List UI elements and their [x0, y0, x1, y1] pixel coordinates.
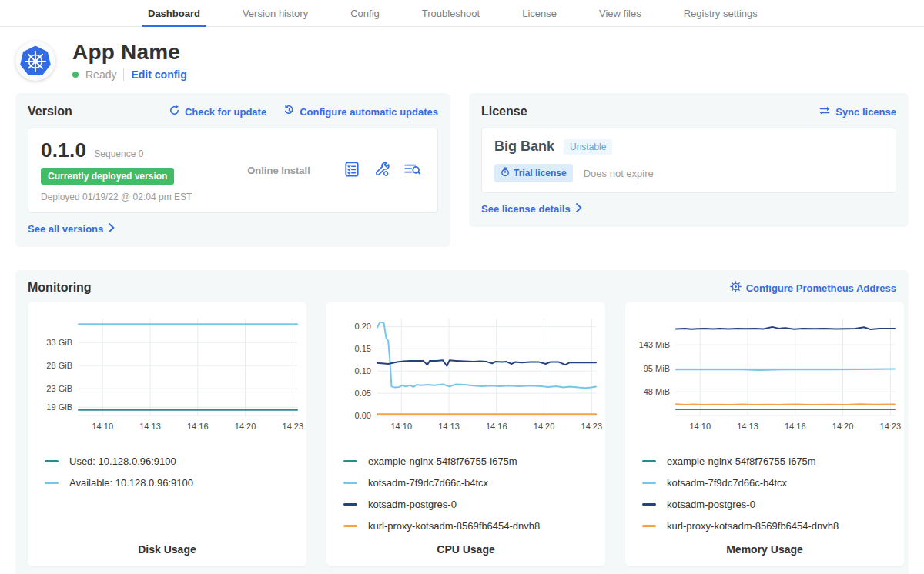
tab-version-history[interactable]: Version history: [243, 0, 308, 26]
edit-config-link[interactable]: Edit config: [131, 68, 186, 81]
legend-color-dash: [642, 525, 656, 527]
top-nav: DashboardVersion historyConfigTroublesho…: [0, 0, 924, 27]
legend-item: kotsadm-postgres-0: [642, 493, 904, 515]
svg-text:0.05: 0.05: [355, 389, 371, 398]
chevron-right-icon: [576, 203, 582, 215]
legend-label: example-nginx-54f8f76755-l675m: [667, 456, 816, 467]
schedule-clock-icon: [283, 105, 295, 118]
preflight-checks-icon[interactable]: [343, 161, 360, 181]
svg-text:14:23: 14:23: [283, 422, 304, 431]
view-logs-icon[interactable]: [403, 161, 422, 181]
svg-text:95 MiB: 95 MiB: [644, 364, 670, 373]
legend-label: Available: 10.128.0.96:9100: [69, 477, 193, 489]
cpu-usage-legend: example-nginx-54f8f76755-l675mkotsadm-7f…: [326, 450, 605, 536]
svg-text:14:20: 14:20: [832, 422, 854, 431]
customer-name: Big Bank: [494, 138, 554, 155]
legend-label: example-nginx-54f8f76755-l675m: [368, 456, 517, 467]
svg-text:0.20: 0.20: [355, 322, 371, 331]
tab-config[interactable]: Config: [350, 0, 380, 26]
sequence-label: Sequence 0: [94, 149, 143, 159]
tab-dashboard[interactable]: Dashboard: [148, 0, 200, 26]
page-title: App Name: [72, 41, 187, 64]
chart-card-cpu: 14:1014:1314:1614:2014:230.200.150.100.0…: [326, 302, 605, 566]
legend-color-dash: [343, 525, 357, 527]
see-all-versions-link[interactable]: See all versions: [28, 223, 115, 235]
svg-text:14:20: 14:20: [534, 422, 555, 431]
tab-license[interactable]: License: [522, 0, 557, 26]
legend-label: kotsadm-7f9dc7d66c-b4tcx: [667, 477, 787, 489]
gear-icon: [730, 281, 742, 295]
svg-text:19 GiB: 19 GiB: [46, 402, 72, 412]
install-type-label: Online Install: [214, 165, 343, 176]
memory-usage-chart: 14:1014:1314:1614:2014:23143 MiB95 MiB48…: [625, 308, 904, 442]
svg-text:14:20: 14:20: [235, 422, 256, 431]
legend-color-dash: [343, 503, 357, 506]
configure-automatic-updates-link[interactable]: Configure automatic updates: [283, 105, 438, 118]
version-card-title: Version: [28, 105, 72, 118]
chart-card-disk: 14:1014:1314:1614:2014:2333 GiB28 GiB23 …: [28, 302, 306, 566]
status-dot: [72, 72, 79, 78]
legend-label: Used: 10.128.0.96:9100: [69, 456, 176, 467]
chart-title-disk: Disk Usage: [28, 543, 306, 556]
deployed-timestamp: Deployed 01/19/22 @ 02:04 pm EST: [41, 192, 214, 202]
legend-item: example-nginx-54f8f76755-l675m: [642, 450, 904, 472]
legend-item: kurl-proxy-kotsadm-8569fb6454-dnvh8: [642, 515, 904, 536]
svg-text:143 MiB: 143 MiB: [639, 340, 670, 349]
license-card: License Sync license Big Bank Unstable T…: [469, 93, 909, 227]
legend-label: kotsadm-postgres-0: [368, 499, 457, 510]
stopwatch-icon: [500, 167, 510, 179]
disk-usage-legend: Used: 10.128.0.96:9100Available: 10.128.…: [28, 450, 306, 493]
license-card-title: License: [481, 105, 527, 118]
expiry-label: Does not expire: [584, 168, 654, 179]
disk-usage-chart: 14:1014:1314:1614:2014:2333 GiB28 GiB23 …: [28, 308, 306, 442]
svg-text:0.15: 0.15: [355, 344, 371, 353]
legend-item: kotsadm-7f9dc7d66c-b4tcx: [642, 472, 904, 493]
chart-title-cpu: CPU Usage: [326, 543, 605, 556]
svg-text:14:13: 14:13: [438, 422, 460, 431]
svg-text:0.10: 0.10: [355, 366, 371, 375]
svg-text:14:16: 14:16: [785, 422, 806, 431]
legend-label: kotsadm-postgres-0: [667, 499, 755, 510]
cpu-usage-chart: 14:1014:1314:1614:2014:230.200.150.100.0…: [326, 308, 605, 442]
edit-config-wrench-icon[interactable]: [373, 161, 390, 181]
legend-color-dash: [343, 482, 357, 484]
sync-arrows-icon: [819, 105, 831, 118]
svg-text:14:16: 14:16: [486, 422, 507, 431]
check-for-update-link[interactable]: Check for update: [169, 105, 266, 118]
tab-troubleshoot[interactable]: Troubleshoot: [422, 0, 480, 26]
legend-color-dash: [343, 460, 357, 462]
channel-badge: Unstable: [564, 139, 612, 155]
current-version-box: 0.1.0 Sequence 0 Currently deployed vers…: [28, 128, 438, 213]
monitoring-section: Monitoring Configure Prometheus Address …: [15, 270, 909, 574]
legend-item: Available: 10.128.0.96:9100: [45, 472, 306, 493]
svg-text:28 GiB: 28 GiB: [46, 361, 72, 370]
legend-label: kurl-proxy-kotsadm-8569fb6454-dnvh8: [368, 520, 540, 532]
deployed-badge: Currently deployed version: [41, 168, 174, 185]
legend-item: kotsadm-postgres-0: [343, 493, 605, 515]
chart-title-memory: Memory Usage: [625, 543, 904, 556]
legend-item: Used: 10.128.0.96:9100: [45, 450, 306, 472]
license-details-box: Big Bank Unstable Trial license Does not…: [481, 128, 896, 193]
legend-label: kotsadm-7f9dc7d66c-b4tcx: [368, 477, 488, 489]
configure-prometheus-link[interactable]: Configure Prometheus Address: [730, 281, 896, 295]
svg-text:14:10: 14:10: [689, 422, 711, 431]
svg-text:14:13: 14:13: [139, 422, 161, 431]
see-license-details-link[interactable]: See license details: [481, 203, 582, 215]
tab-registry-settings[interactable]: Registry settings: [684, 0, 758, 26]
legend-item: kotsadm-7f9dc7d66c-b4tcx: [343, 472, 605, 493]
kubernetes-logo-icon: [15, 41, 55, 81]
app-header: App Name Ready Edit config: [0, 27, 924, 92]
sync-license-link[interactable]: Sync license: [819, 105, 896, 118]
svg-text:14:23: 14:23: [880, 422, 902, 431]
refresh-icon: [169, 105, 180, 118]
svg-text:14:13: 14:13: [737, 422, 758, 431]
svg-text:14:16: 14:16: [187, 422, 209, 431]
svg-text:48 MiB: 48 MiB: [644, 387, 670, 396]
legend-item: example-nginx-54f8f76755-l675m: [343, 450, 605, 472]
chart-card-memory: 14:1014:1314:1614:2014:23143 MiB95 MiB48…: [625, 302, 904, 566]
version-number: 0.1.0: [41, 138, 86, 162]
tab-view-files[interactable]: View files: [599, 0, 641, 26]
svg-text:14:23: 14:23: [581, 422, 603, 431]
svg-text:0.00: 0.00: [355, 411, 371, 420]
svg-text:23 GiB: 23 GiB: [46, 384, 72, 393]
